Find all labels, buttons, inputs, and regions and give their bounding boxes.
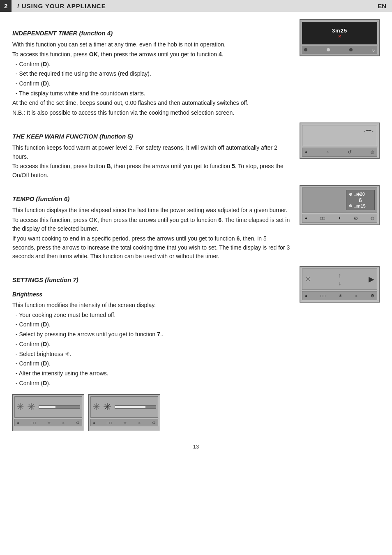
section-independent-timer: INDEPENDENT TIMER (function 4) With this… xyxy=(12,19,380,118)
keep-warm-para-1: To access this function, press button B,… xyxy=(12,162,290,180)
kw-dot3: ◎ xyxy=(371,150,374,154)
settings-text: SETTINGS (function 7) Brightness This fu… xyxy=(12,266,290,388)
control-dot-1 xyxy=(304,48,307,51)
b2-star: ✳ xyxy=(123,421,127,425)
settings-para-5: - Select brightness ✳. xyxy=(12,350,290,359)
control-dot-2 xyxy=(327,48,330,51)
settings-para-1: - Your cooking zone must be turned off. xyxy=(12,311,290,320)
sun-icon-dim: ✳ xyxy=(16,402,24,412)
settings-para-3: - Select by pressing the arrows until yo… xyxy=(12,330,290,339)
section-keep-warm: THE KEEP WARM FUNCTION (function 5) This… xyxy=(12,123,380,181)
tempo-text: TEMPO (function 6) This function display… xyxy=(12,185,290,262)
independent-timer-para-1: To access this function, press OK, then … xyxy=(12,50,290,59)
timer-value: 3m25 xyxy=(332,28,347,34)
settings-sun-icon: ✳ xyxy=(305,275,311,284)
b1-star: ✳ xyxy=(47,421,51,425)
sun-icon-bright-2: ✳ xyxy=(103,401,111,413)
tempo-bar-sq: □□ xyxy=(320,216,325,220)
brightness-screen-1: ✳ ✳ xyxy=(14,396,82,418)
settings-title: SETTINGS (function 7) xyxy=(12,275,290,284)
independent-timer-image: 3m25 ✕ ◇ xyxy=(297,19,380,56)
tempo-bar-star: ✦ xyxy=(338,216,341,220)
timer-screen: 3m25 ✕ xyxy=(302,22,377,44)
b2-gear: ⚙ xyxy=(152,421,156,425)
keep-warm-para-0: This function keeps food warm at power l… xyxy=(12,143,290,161)
brightness-image-2: ✳ ✳ ● □□ ✳ ○ ⚙ xyxy=(88,394,160,431)
brightness-slider-1 xyxy=(39,405,80,409)
tempo-screen: ⊕ □◆20 6 ⊕ □m15 xyxy=(302,187,377,213)
brightness-fill-2 xyxy=(115,406,145,408)
kw-arrow: ↺ xyxy=(348,149,352,155)
keep-warm-title: THE KEEP WARM FUNCTION (function 5) xyxy=(12,132,290,141)
tempo-top-value: □◆20 xyxy=(354,192,365,197)
settings-image: ✳ ↑ ↓ ▶ ● □□ ✳ ○ ⚙ xyxy=(297,266,380,303)
brightness-fill-1 xyxy=(39,406,55,408)
brightness-image-1: ✳ ✳ ● □□ ✳ ○ ⚙ xyxy=(12,394,84,431)
settings-para-7: - Alter the intensity using the arrows. xyxy=(12,369,290,378)
kw-dot1: ● xyxy=(305,150,307,154)
b2-dot: ● xyxy=(93,421,95,425)
keep-warm-text: THE KEEP WARM FUNCTION (function 5) This… xyxy=(12,123,290,181)
control-icon-1: ◇ xyxy=(372,48,375,52)
settings-para-6: - Confirm (D). xyxy=(12,359,290,368)
independent-timer-para-5: - The display turns white and the countd… xyxy=(12,89,290,98)
independent-timer-title: INDEPENDENT TIMER (function 4) xyxy=(12,28,290,38)
section-tempo: TEMPO (function 6) This function display… xyxy=(12,185,380,262)
independent-timer-para-0: With this function you can set a timer a… xyxy=(12,40,290,49)
settings-bar: ● □□ ✳ ○ ⚙ xyxy=(302,291,377,300)
independent-timer-text: INDEPENDENT TIMER (function 4) With this… xyxy=(12,19,290,118)
settings-bar-circ: ○ xyxy=(355,294,357,298)
settings-para-0: This function modifies the intensity of … xyxy=(12,301,290,310)
brightness-screen-2: ✳ ✳ xyxy=(90,396,158,418)
settings-down-arrow: ↓ xyxy=(339,280,341,287)
settings-sun-icons: ✳ xyxy=(305,275,311,284)
timer-controls: ◇ xyxy=(302,46,377,54)
header-title: / USING YOUR APPLIANCE xyxy=(12,0,372,12)
kw-dot2: ○ xyxy=(326,150,329,154)
independent-timer-para-4: - Confirm (D). xyxy=(12,79,290,88)
tempo-para-1: To access this function, press OK, then … xyxy=(12,216,290,234)
tempo-circle-icon2: ⊕ xyxy=(349,204,352,208)
brightness-subtitle: Brightness xyxy=(12,290,290,299)
settings-mid-icons: ↑ ↓ xyxy=(339,272,341,287)
independent-timer-para-3: - Set the required time using the arrows… xyxy=(12,69,290,79)
tempo-bottom-value: □m15 xyxy=(354,204,366,208)
keep-warm-display: ⌒ ● ○ ↺ ◎ xyxy=(300,123,380,159)
settings-bar-wrench: ⚙ xyxy=(371,294,374,298)
independent-timer-para-2: - Confirm (D). xyxy=(12,60,290,69)
section-settings: SETTINGS (function 7) Brightness This fu… xyxy=(12,266,380,388)
independent-timer-para-7: N.B.: It is also possible to access this… xyxy=(12,109,290,118)
tempo-image: ⊕ □◆20 6 ⊕ □m15 ● □□ ✦ ⊙ ◎ xyxy=(297,185,380,225)
keep-warm-image: ⌒ ● ○ ↺ ◎ xyxy=(297,123,380,159)
header-number: 2 xyxy=(0,0,12,12)
sun-icon-dim-2: ✳ xyxy=(92,402,100,412)
b1-dot: ● xyxy=(17,421,19,425)
b1-sq: □□ xyxy=(31,421,36,425)
tempo-title: TEMPO (function 6) xyxy=(12,194,290,204)
timer-icon: ✕ xyxy=(338,34,341,39)
tempo-bar-arrow: ⊙ xyxy=(354,215,358,221)
timer-display: 3m25 ✕ ◇ xyxy=(300,19,380,56)
tempo-para-0: This function displays the time elapsed … xyxy=(12,206,290,215)
settings-para-4: - Confirm (D). xyxy=(12,340,290,349)
keep-warm-bar: ● ○ ↺ ◎ xyxy=(302,148,377,157)
b1-circ: ○ xyxy=(62,421,65,425)
settings-para-2: - Confirm (D). xyxy=(12,320,290,329)
tempo-circle-icon: ⊕ xyxy=(349,192,352,197)
settings-right-arrow: ▶ xyxy=(369,275,374,284)
page-number: 13 xyxy=(12,444,380,450)
brightness-images-row: ✳ ✳ ● □□ ✳ ○ ⚙ ✳ ✳ xyxy=(12,394,380,431)
settings-screen: ✳ ↑ ↓ ▶ xyxy=(302,268,377,290)
brightness-bar-2: ● □□ ✳ ○ ⚙ xyxy=(90,419,158,426)
page-content: INDEPENDENT TIMER (function 4) With this… xyxy=(0,19,392,462)
tempo-bar-end: ◎ xyxy=(371,216,374,220)
sun-icon-bright-1: ✳ xyxy=(27,401,35,413)
tempo-display: ⊕ □◆20 6 ⊕ □m15 ● □□ ✦ ⊙ ◎ xyxy=(300,185,380,225)
settings-bar-sq: □□ xyxy=(321,294,325,298)
settings-bar-star: ✳ xyxy=(339,294,342,298)
brightness-slider-2 xyxy=(115,405,156,409)
settings-bar-dot: ● xyxy=(305,294,307,298)
settings-para-8: - Confirm (D). xyxy=(12,379,290,388)
tempo-bar-dot: ● xyxy=(305,216,307,220)
header-lang: EN xyxy=(372,0,392,12)
